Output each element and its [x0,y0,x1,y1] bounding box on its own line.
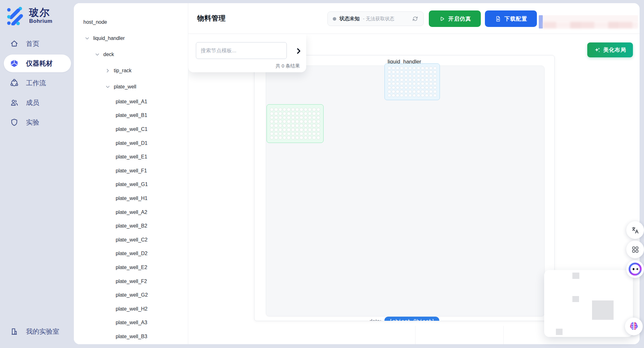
sidebar-item-cube[interactable]: 仪器耗材 [4,55,71,72]
tree-item-plate_well_H2[interactable]: plate_well_H2 [74,302,188,316]
tree-item-plate_well_E1[interactable]: plate_well_E1 [74,150,188,164]
well [308,128,312,132]
tree-item-plate_well_B1[interactable]: plate_well_B1 [74,109,188,123]
well [317,132,320,136]
main-header: 物料管理 状态未知 - 无法获取状态 [188,3,640,34]
tree-item-plate_well_A3[interactable]: plate_well_A3 [74,316,188,330]
sidebar-item-label: 成员 [26,98,39,107]
sidebar-item-home[interactable]: 首页 [4,35,71,53]
tree-item-tip_rack[interactable]: tip_rack [74,62,188,79]
well [388,82,391,85]
well [433,70,437,74]
well [279,132,282,136]
tree-item-plate_well_G2[interactable]: plate_well_G2 [74,288,188,302]
well [388,90,391,93]
chevron-down-icon[interactable] [95,52,100,57]
tree-item-plate_well_G1[interactable]: plate_well_G1 [74,178,188,192]
well [312,108,316,111]
tree-item-plate_well_C2[interactable]: plate_well_C2 [74,233,188,247]
well [409,94,412,97]
tree-item-plate_well_C1[interactable]: plate_well_C1 [74,122,188,136]
well [295,136,299,139]
sidebar-item-members[interactable]: 成员 [4,94,71,112]
minimap-node [572,296,579,302]
tree-item-label: plate_well_H2 [116,306,148,312]
well [421,94,424,97]
node-template-search-panel: 共 0 条结果 [188,34,306,72]
minimap-node [556,329,563,335]
well [396,94,399,97]
well [317,120,320,123]
tree-item-plate_well_D1[interactable]: plate_well_D1 [74,136,188,150]
start-simulation-button[interactable]: 开启仿真 [429,10,481,27]
well [409,74,412,78]
search-input[interactable] [196,42,287,59]
sidebar: 玻尔 Bohrium 首页仪器耗材工作流成员实验 我的实验室 [0,0,74,348]
sidebar-item-label: 实验 [26,118,39,127]
well [274,132,278,136]
well [299,116,303,119]
tree-item-label: plate_well_A3 [116,320,147,325]
tree-item-label: plate_well_B1 [116,113,147,118]
tree-item-plate_well_F2[interactable]: plate_well_F2 [74,274,188,288]
panel-expand-chevron-icon[interactable] [295,47,302,55]
well [429,82,433,85]
well [413,78,416,81]
well [312,132,316,136]
sidebar-item-lab[interactable]: 我的实验室 [4,323,71,340]
ai-assistant-button[interactable] [626,260,644,278]
sidebar-item-workflow[interactable]: 工作流 [4,74,71,92]
tree-item-plate_well_H1[interactable]: plate_well_H1 [74,191,188,205]
well [404,94,408,97]
well [417,74,420,78]
plate-node-green[interactable] [267,104,324,143]
well [283,108,286,111]
well [308,120,312,123]
tree-item-label: plate_well_F2 [116,279,147,284]
well [413,67,416,70]
tree-item-label: plate_well_C2 [116,237,148,243]
chevron-right-icon[interactable] [105,68,110,73]
well [421,82,424,85]
deck-group-node[interactable] [266,66,544,316]
tree-item-deck[interactable]: deck [74,46,188,62]
well [304,112,307,115]
brand-name: 玻尔 Bohrium [29,7,52,24]
sidebar-nav: 首页仪器耗材工作流成员实验 [0,35,74,131]
refresh-icon[interactable] [412,16,418,22]
translate-button[interactable] [626,221,644,239]
plate-node-blue[interactable] [384,63,440,100]
well [433,86,437,89]
tree-item-plate_well_F1[interactable]: plate_well_F1 [74,164,188,178]
well [270,112,274,115]
tree-item-plate_well_E2[interactable]: plate_well_E2 [74,261,188,274]
chevron-down-icon[interactable] [105,84,110,89]
canvas-minimap[interactable] [544,270,633,337]
tree-item-plate_well_A2[interactable]: plate_well_A2 [74,205,188,219]
search-result-count: 共 0 条结果 [275,63,300,69]
brain-assistant-button[interactable] [625,318,643,335]
download-config-button[interactable]: 下载配置 [485,10,537,27]
tree-item-host_node[interactable]: host_node [74,14,188,30]
tree-item-plate_well[interactable]: plate_well [74,79,188,95]
tree-item-plate_well_B2[interactable]: plate_well_B2 [74,219,188,233]
well [404,70,408,74]
well [317,128,320,132]
well [425,78,428,81]
brand-logo[interactable]: 玻尔 Bohrium [0,0,74,25]
well [299,108,303,111]
well [279,120,282,123]
well [409,67,412,70]
tree-item-plate_well_A1[interactable]: plate_well_A1 [74,95,188,109]
redacted-cursor [539,15,543,29]
tree-item-label: plate_well_F1 [116,168,147,174]
chevron-down-icon[interactable] [85,36,90,41]
apps-grid-button[interactable] [626,241,644,258]
host-node-panel[interactable]: liquid_handler data: [object Object] [254,55,555,321]
tree-item-liquid_handler[interactable]: liquid_handler [74,30,188,46]
beautify-layout-button[interactable]: 美化布局 [587,42,633,57]
sidebar-item-experiment[interactable]: 实验 [4,113,71,131]
tree-item-plate_well_B3[interactable]: plate_well_B3 [74,330,188,344]
well [270,120,274,123]
tree-item-plate_well_D2[interactable]: plate_well_D2 [74,247,188,261]
